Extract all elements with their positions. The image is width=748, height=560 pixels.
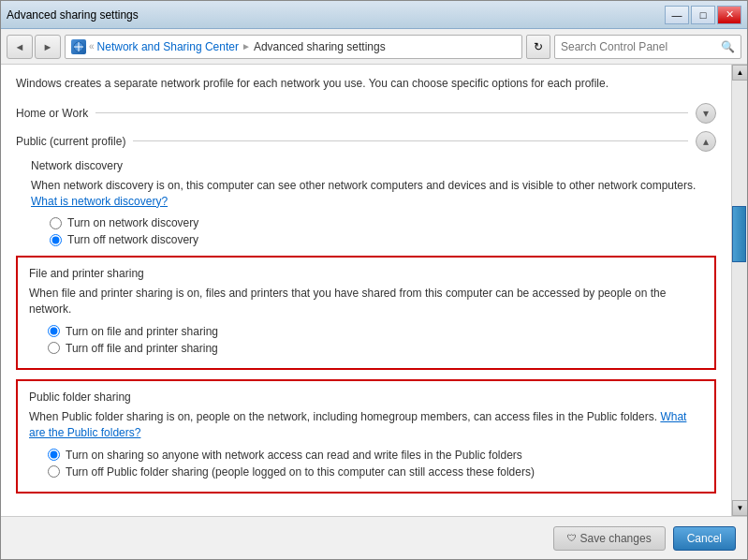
minimize-button[interactable]: — bbox=[665, 6, 689, 24]
network-discovery-off-radio[interactable] bbox=[50, 234, 62, 246]
public-folder-on: Turn on sharing so anyone with network a… bbox=[48, 449, 703, 462]
file-printer-on-label: Turn on file and printer sharing bbox=[66, 325, 218, 338]
window-controls: — □ ✕ bbox=[665, 6, 741, 24]
network-discovery-options: Turn on network discovery Turn off netwo… bbox=[50, 216, 716, 246]
network-discovery-title: Network discovery bbox=[31, 159, 716, 172]
main-area: Windows creates a separate network profi… bbox=[1, 65, 747, 516]
network-discovery-desc: When network discovery is on, this compu… bbox=[31, 178, 716, 210]
scroll-track[interactable] bbox=[732, 81, 747, 500]
home-work-label: Home or Work bbox=[16, 107, 88, 120]
scroll-up-button[interactable]: ▲ bbox=[732, 65, 747, 81]
breadcrumb-arrow: ► bbox=[242, 41, 251, 52]
title-bar: Advanced sharing settings — □ ✕ bbox=[1, 1, 747, 29]
file-printer-on: Turn on file and printer sharing bbox=[48, 325, 703, 338]
save-label: Save changes bbox=[580, 532, 652, 545]
forward-button[interactable]: ► bbox=[35, 35, 61, 59]
search-bar[interactable]: 🔍 bbox=[554, 35, 741, 59]
public-folder-off-radio[interactable] bbox=[48, 465, 60, 478]
address-bar: ◄ ► « Network and Sharing Center ► Advan… bbox=[1, 29, 747, 65]
scroll-down-button[interactable]: ▼ bbox=[732, 500, 747, 516]
public-folder-section: Public folder sharing When Public folder… bbox=[16, 379, 716, 494]
public-label: Public (current profile) bbox=[16, 135, 125, 148]
public-folder-desc: When Public folder sharing is on, people… bbox=[29, 409, 703, 441]
intro-text: Windows creates a separate network profi… bbox=[16, 76, 716, 92]
file-printer-off: Turn off file and printer sharing bbox=[48, 342, 703, 355]
file-printer-desc: When file and printer sharing is on, fil… bbox=[29, 286, 703, 317]
main-window: Advanced sharing settings — □ ✕ ◄ ► « Ne… bbox=[0, 0, 748, 560]
maximize-button[interactable]: □ bbox=[691, 6, 715, 24]
public-folder-off-label: Turn off Public folder sharing (people l… bbox=[66, 465, 535, 479]
public-section-header: Public (current profile) ▴ bbox=[16, 131, 716, 152]
breadcrumb-current: Advanced sharing settings bbox=[254, 40, 386, 53]
public-toggle[interactable]: ▴ bbox=[696, 131, 716, 152]
refresh-button[interactable]: ↻ bbox=[526, 35, 550, 59]
public-folder-options: Turn on sharing so anyone with network a… bbox=[48, 449, 703, 479]
public-folder-off: Turn off Public folder sharing (people l… bbox=[48, 465, 703, 479]
breadcrumb-link[interactable]: Network and Sharing Center bbox=[97, 40, 239, 53]
save-icon: 🛡 bbox=[567, 533, 577, 543]
breadcrumb: « Network and Sharing Center ► Advanced … bbox=[65, 35, 522, 59]
file-printer-title: File and printer sharing bbox=[29, 267, 703, 280]
home-work-divider bbox=[95, 112, 688, 113]
window-title: Advanced sharing settings bbox=[7, 8, 665, 22]
nav-buttons: ◄ ► bbox=[7, 35, 61, 59]
file-printer-options: Turn on file and printer sharing Turn of… bbox=[48, 325, 703, 355]
network-discovery-link[interactable]: What is network discovery? bbox=[31, 195, 168, 208]
public-folder-title: Public folder sharing bbox=[29, 391, 703, 404]
public-folder-on-label: Turn on sharing so anyone with network a… bbox=[66, 449, 522, 462]
breadcrumb-sep1: « bbox=[89, 41, 95, 52]
file-printer-off-radio[interactable] bbox=[48, 342, 60, 354]
home-work-toggle[interactable]: ▾ bbox=[696, 103, 716, 124]
scrollbar[interactable]: ▲ ▼ bbox=[731, 65, 747, 516]
network-icon bbox=[71, 39, 86, 54]
home-work-section-header: Home or Work ▾ bbox=[16, 103, 716, 124]
file-printer-section: File and printer sharing When file and p… bbox=[16, 256, 716, 370]
network-discovery-on: Turn on network discovery bbox=[50, 216, 716, 229]
close-button[interactable]: ✕ bbox=[717, 6, 741, 24]
save-button[interactable]: 🛡 Save changes bbox=[553, 526, 666, 551]
network-discovery-off: Turn off network discovery bbox=[50, 233, 716, 246]
public-folder-on-radio[interactable] bbox=[48, 449, 60, 461]
file-printer-on-radio[interactable] bbox=[48, 325, 60, 337]
network-discovery-off-label: Turn off network discovery bbox=[67, 233, 198, 246]
file-printer-off-label: Turn off file and printer sharing bbox=[66, 342, 218, 355]
footer: 🛡 Save changes Cancel bbox=[1, 516, 747, 559]
network-discovery-on-label: Turn on network discovery bbox=[67, 216, 198, 229]
scroll-thumb[interactable] bbox=[732, 206, 746, 262]
content-area: Windows creates a separate network profi… bbox=[1, 65, 731, 516]
network-discovery-section: Network discovery When network discovery… bbox=[31, 159, 716, 247]
search-input[interactable] bbox=[561, 40, 721, 53]
cancel-button[interactable]: Cancel bbox=[673, 526, 736, 551]
search-icon: 🔍 bbox=[721, 40, 735, 53]
back-button[interactable]: ◄ bbox=[7, 35, 33, 59]
network-discovery-on-radio[interactable] bbox=[50, 217, 62, 229]
public-divider bbox=[133, 140, 688, 141]
